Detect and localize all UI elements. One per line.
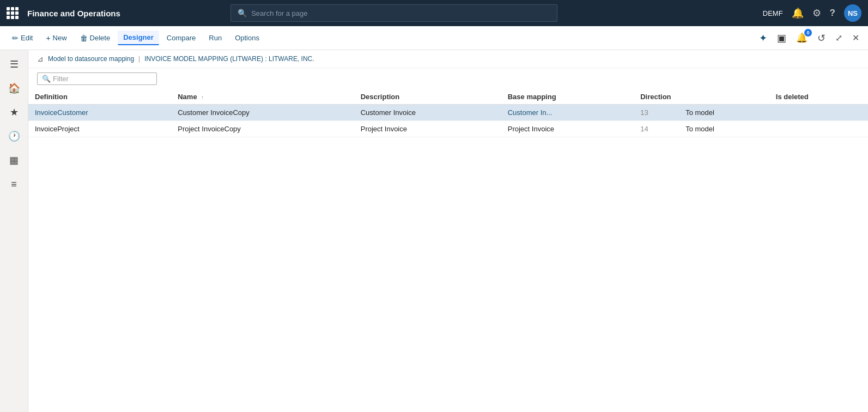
sidebar: ☰ 🏠 ★ 🕐 ▦ ≡ — [0, 50, 28, 412]
new-button[interactable]: + New — [40, 31, 72, 45]
cell-base-mapping: Project Invoice — [501, 121, 634, 137]
breadcrumb-current: INVOICE MODEL MAPPING (LITWARE) : LITWAR… — [144, 55, 314, 63]
search-bar[interactable]: 🔍 — [230, 4, 557, 22]
badge-icon[interactable]: 🔔 0 — [794, 31, 810, 45]
filter-input-wrap[interactable]: 🔍 — [37, 72, 157, 85]
edit-icon: ✏ — [12, 34, 19, 43]
sidebar-item-modules[interactable]: ≡ — [4, 174, 24, 194]
app-title: Finance and Operations — [27, 9, 120, 18]
data-table: Definition Name ↑ Description Base mappi… — [28, 89, 868, 137]
content-area: ☰ 🏠 ★ 🕐 ▦ ≡ ⊿ Model to datasource mappin… — [0, 50, 868, 412]
search-icon: 🔍 — [238, 9, 247, 17]
settings-icon[interactable]: ⚙ — [812, 7, 821, 19]
cell-name: Project InvoiceCopy — [171, 121, 354, 137]
table-row[interactable]: InvoiceProjectProject InvoiceCopyProject… — [28, 121, 868, 137]
cell-definition[interactable]: InvoiceCustomer — [28, 105, 171, 121]
cell-name: Customer InvoiceCopy — [171, 105, 354, 121]
col-base-mapping[interactable]: Base mapping — [501, 89, 634, 105]
breadcrumb: ⊿ Model to datasource mapping | INVOICE … — [28, 50, 868, 68]
filter-bar: 🔍 — [28, 68, 868, 89]
top-nav-bar: Finance and Operations 🔍 DEMF 🔔 ⚙ ? NS — [0, 0, 868, 26]
base-mapping-link[interactable]: Customer In... — [508, 108, 553, 117]
badge-count: 0 — [804, 29, 812, 37]
delete-button[interactable]: 🗑 Delete — [75, 31, 116, 45]
col-is-deleted[interactable]: Is deleted — [769, 89, 868, 105]
col-description[interactable]: Description — [354, 89, 501, 105]
col-definition[interactable]: Definition — [28, 89, 171, 105]
plus-icon: + — [46, 34, 50, 43]
filter-funnel-icon[interactable]: ⊿ — [37, 54, 44, 63]
sidebar-item-recent[interactable]: 🕐 — [4, 126, 24, 146]
main-content: ⊿ Model to datasource mapping | INVOICE … — [28, 50, 868, 412]
col-direction[interactable]: Direction — [634, 89, 769, 105]
table-header-row: Definition Name ↑ Description Base mappi… — [28, 89, 868, 105]
cell-direction-num: 13 — [634, 105, 679, 121]
cell-direction: To model — [679, 105, 769, 121]
designer-button[interactable]: Designer — [118, 31, 159, 45]
cell-description: Project Invoice — [354, 121, 501, 137]
star-icon[interactable]: ✦ — [757, 31, 769, 45]
sidebar-item-home[interactable]: 🏠 — [4, 78, 24, 98]
nav-right: DEMF 🔔 ⚙ ? NS — [763, 4, 861, 22]
panel-icon[interactable]: ▣ — [775, 31, 788, 45]
env-label: DEMF — [763, 9, 783, 17]
delete-icon: 🗑 — [80, 34, 88, 43]
cell-direction-num: 14 — [634, 121, 679, 137]
app-grid-menu[interactable] — [7, 7, 19, 19]
table-row[interactable]: InvoiceCustomerCustomer InvoiceCopyCusto… — [28, 105, 868, 121]
notification-icon[interactable]: 🔔 — [792, 7, 804, 19]
cell-is-deleted — [769, 105, 868, 121]
filter-input[interactable] — [53, 75, 152, 83]
search-input[interactable] — [251, 9, 550, 17]
toolbar: ✏ Edit + New 🗑 Delete Designer Compare R… — [0, 26, 868, 50]
sidebar-item-workspaces[interactable]: ▦ — [4, 150, 24, 170]
cell-description: Customer Invoice — [354, 105, 501, 121]
cell-definition: InvoiceProject — [28, 121, 171, 137]
options-button[interactable]: Options — [229, 31, 265, 45]
avatar[interactable]: NS — [844, 4, 861, 22]
toolbar-right-icons: ✦ ▣ 🔔 0 ↺ ⤢ ✕ — [757, 31, 861, 45]
table-container: Definition Name ↑ Description Base mappi… — [28, 89, 868, 137]
sidebar-item-favorites[interactable]: ★ — [4, 102, 24, 122]
run-button[interactable]: Run — [203, 31, 227, 45]
definition-link[interactable]: InvoiceCustomer — [35, 108, 88, 117]
refresh-icon[interactable]: ↺ — [815, 31, 828, 45]
cell-is-deleted — [769, 121, 868, 137]
cell-base-mapping[interactable]: Customer In... — [501, 105, 634, 121]
sort-arrow-icon: ↑ — [201, 94, 204, 100]
close-icon[interactable]: ✕ — [850, 32, 861, 44]
edit-button[interactable]: ✏ Edit — [7, 31, 38, 45]
breadcrumb-separator: | — [138, 55, 140, 63]
filter-search-icon: 🔍 — [42, 75, 51, 83]
col-name[interactable]: Name ↑ — [171, 89, 354, 105]
expand-icon[interactable]: ⤢ — [833, 32, 845, 44]
compare-button[interactable]: Compare — [161, 31, 201, 45]
help-icon[interactable]: ? — [830, 8, 835, 19]
breadcrumb-link[interactable]: Model to datasource mapping — [48, 55, 134, 63]
sidebar-item-menu[interactable]: ☰ — [4, 54, 24, 74]
cell-direction: To model — [679, 121, 769, 137]
